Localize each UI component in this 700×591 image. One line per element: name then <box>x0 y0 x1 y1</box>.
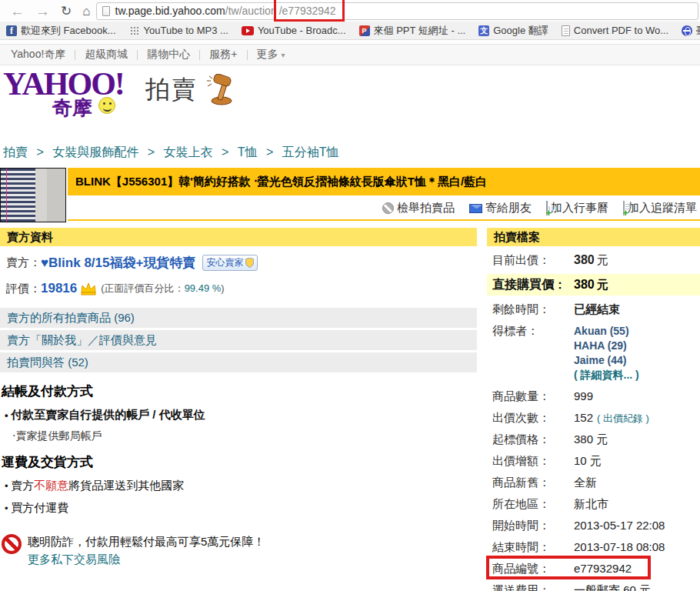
buy-now-value: 380 <box>574 278 595 291</box>
winner-link[interactable]: HAHA (29) <box>574 339 639 353</box>
url-item-id-text: /e77932942 <box>277 5 338 17</box>
fraud-risk-link[interactable]: 更多私下交易風險 <box>28 552 120 567</box>
breadcrumb-separator: > <box>222 145 228 159</box>
breadcrumb-tshirt[interactable]: T恤 <box>238 145 258 159</box>
action-label: 寄給朋友 <box>485 201 532 215</box>
winners-detail-link[interactable]: ( 詳細資料... ) <box>574 368 639 382</box>
bookmark-pdf-convert[interactable]: Convert PDF to Wo... <box>562 25 668 36</box>
quantity-label: 商品數量： <box>492 389 574 404</box>
bookmark-facebook[interactable]: 歡迎來到 Facebook... <box>6 24 116 38</box>
item-id-row: 商品編號： e77932942 <box>487 562 700 576</box>
nav-yahoo-kimo[interactable]: Yahoo!奇摩 <box>11 48 65 62</box>
quantity-row: 商品數量： 999 <box>487 389 700 404</box>
shipping-fee-row: 運送費用： 一般郵寄 60 元 <box>487 583 700 591</box>
add-to-calendar-link[interactable]: 加入行事曆 <box>546 201 608 215</box>
breadcrumb-separator: > <box>148 145 155 159</box>
nav-separator <box>199 50 200 60</box>
time-left-value: 已經結束 <box>574 302 620 317</box>
bookmark-google-translate[interactable]: Google 翻譯 <box>478 24 548 38</box>
badge-label: 安心賣家 <box>206 256 243 269</box>
start-price-label: 起標價格： <box>492 432 574 447</box>
bid-increment-label: 出價增額： <box>492 454 574 469</box>
yahoo-top-nav: Yahoo!奇摩 超級商城 購物中心 服務+ 更多 ▾ <box>0 44 700 65</box>
item-id-value: e77932942 <box>574 562 632 575</box>
condition-value: 全新 <box>574 476 597 490</box>
breadcrumb-separator: > <box>36 145 43 159</box>
smiley-icon <box>98 97 115 114</box>
payment-sub-item: ‧賣家提供郵局帳戶 <box>12 429 477 443</box>
bid-count-label: 出價次數： <box>492 411 574 426</box>
winner-link[interactable]: Akuan (55) <box>574 324 639 339</box>
auction-panel-header: 拍賣檔案 <box>487 228 700 246</box>
breadcrumb-separator: > <box>266 145 273 159</box>
end-time-label: 結束時間： <box>492 540 574 555</box>
condition-label: 商品新舊： <box>492 476 574 490</box>
seller-name-link[interactable]: ♥Blink 8/15福袋+現貨特賣 <box>41 254 195 272</box>
breadcrumb-half-sleeve[interactable]: 五分袖T恤 <box>282 145 339 159</box>
bookmarks-bar: 歡迎來到 Facebook... YouTube to MP3 ... YouT… <box>0 22 700 40</box>
breadcrumb-womens-apparel[interactable]: 女裝與服飾配件 <box>52 145 138 159</box>
seller-row: 賣方： ♥Blink 8/15福袋+現貨特賣 安心賣家 <box>6 254 477 272</box>
bookmark-label: 歡迎來到 Facebook... <box>21 24 116 38</box>
bookmark-youtube-mp3[interactable]: YouTube to MP3 ... <box>129 25 228 36</box>
send-to-friend-link[interactable]: 寄給朋友 <box>469 201 532 215</box>
seller-about-me-link[interactable]: 賣方「關於我」／評價與意見 <box>0 330 477 350</box>
forward-icon[interactable]: → <box>35 4 50 18</box>
shipping-item-international: 賣方不願意將貨品運送到其他國家 <box>5 479 477 493</box>
home-icon[interactable]: ⌂ <box>82 5 90 18</box>
time-left-row: 剩餘時間： 已經結束 <box>487 302 700 317</box>
current-bid-value: 380 <box>574 253 595 266</box>
start-time-value: 2013-05-17 22:08 <box>574 519 665 532</box>
start-time-label: 開始時間： <box>492 519 574 533</box>
rating-score-link[interactable]: 19816 <box>41 281 77 296</box>
bookmark-label: YouTube to MP3 ... <box>144 25 228 36</box>
bid-history-link[interactable]: ( 出價紀錄 ) <box>597 412 649 424</box>
bid-increment-value: 10 元 <box>574 454 602 469</box>
bookmark-youtube[interactable]: YouTube - Broadc... <box>242 25 346 36</box>
item-action-links: 檢舉拍賣品 寄給朋友 加入行事曆 加入追蹤清單 <box>68 197 700 221</box>
item-id-label: 商品編號： <box>492 562 574 576</box>
bid-count-row: 出價次數： 152( 出價紀錄 ) <box>487 411 700 426</box>
product-thumbnail[interactable] <box>0 168 66 222</box>
grid-icon <box>129 25 140 36</box>
nav-more[interactable]: 更多 <box>257 48 278 62</box>
nav-supermall[interactable]: 超級商城 <box>85 48 128 62</box>
bookmark-label: Convert PDF to Wo... <box>574 25 668 36</box>
refresh-icon[interactable]: ↻ <box>61 5 72 18</box>
shield-icon <box>245 258 254 268</box>
chevron-down-icon: ▾ <box>282 51 285 59</box>
breadcrumb: 拍賣 > 女裝與服飾配件 > 女裝上衣 > T恤 > 五分袖T恤 <box>3 145 339 161</box>
nav-services[interactable]: 服務+ <box>209 48 237 62</box>
no-entry-icon <box>2 534 22 554</box>
report-item-link[interactable]: 檢舉拍賣品 <box>382 201 455 215</box>
url-path-text: /tw/auction <box>225 5 277 17</box>
trusted-seller-badge[interactable]: 安心賣家 <box>202 255 258 271</box>
auction-page: ← → ↻ ⌂ tw.page.bid.yahoo.com/tw/auction… <box>0 0 700 591</box>
url-bar[interactable]: tw.page.bid.yahoo.com/tw/auction/e779329… <box>96 2 698 20</box>
seller-info-panel: 賣方資料 賣方： ♥Blink 8/15福袋+現貨特賣 安心賣家 評價： 198… <box>0 228 477 567</box>
breadcrumb-auction[interactable]: 拍賣 <box>3 145 28 159</box>
winner-link[interactable]: Jaime (44) <box>574 353 639 368</box>
bookmark-label: 臺灣鐵 <box>696 24 700 38</box>
yahoo-auction-logo[interactable]: YAHOO! 奇摩 拍賣 <box>3 68 311 125</box>
add-to-watchlist-link[interactable]: 加入追蹤清單 <box>623 201 697 215</box>
nav-shopping[interactable]: 購物中心 <box>147 48 190 62</box>
seller-label: 賣方： <box>6 255 41 270</box>
shipping-heading: 運費及交貨方式 <box>2 453 477 471</box>
youtube-icon <box>242 26 254 35</box>
watchlist-add-icon <box>623 202 625 215</box>
payment-heading: 結帳及付款方式 <box>2 382 477 400</box>
buy-now-label: 直接購買價： <box>492 277 574 293</box>
seller-all-items-link[interactable]: 賣方的所有拍賣商品 (96) <box>0 308 477 328</box>
bookmark-ppt[interactable]: 來個 PPT 短網址 - ... <box>359 24 466 38</box>
report-icon <box>382 202 394 214</box>
rating-label: 評價： <box>6 282 41 296</box>
breadcrumb-womens-tops[interactable]: 女裝上衣 <box>164 145 213 159</box>
back-icon[interactable]: ← <box>10 4 25 18</box>
bid-increment-row: 出價增額： 10 元 <box>487 454 700 469</box>
seller-qna-link[interactable]: 拍賣問與答 (52) <box>0 352 477 372</box>
bookmark-taiwan-railway[interactable]: 臺灣鐵 <box>682 24 700 38</box>
product-title-bar: BLINK【J556301】韓'簡約好搭款 ‧螢光色領反摺袖條紋長版傘狀T恤＊黑… <box>68 168 700 195</box>
auction-service-text: 拍賣 <box>145 73 198 107</box>
location-label: 所在地區： <box>492 497 574 512</box>
